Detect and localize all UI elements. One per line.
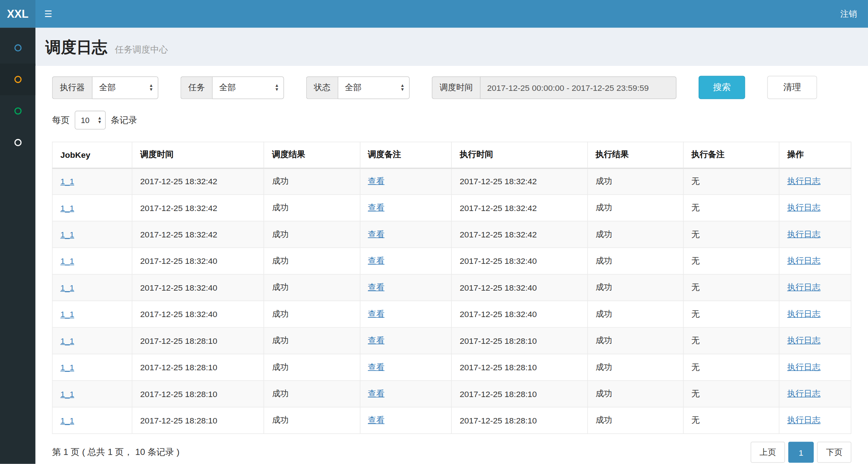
jobkey-cell: 1_1 xyxy=(52,221,132,248)
page-subtitle: 任务调度中心 xyxy=(115,45,168,54)
handle-msg-cell: 无 xyxy=(683,168,779,194)
trigger-time-cell: 2017-12-25 18:28:10 xyxy=(132,380,264,407)
table-header-row: JobKey 调度时间 调度结果 调度备注 执行时间 执行结果 执行备注 操作 xyxy=(52,142,851,168)
jobkey-link[interactable]: 1_1 xyxy=(60,363,74,372)
table-row: 1_1 2017-12-25 18:28:10 成功 查看 2017-12-25… xyxy=(52,328,851,354)
jobkey-link[interactable]: 1_1 xyxy=(60,256,74,266)
trigger-msg-cell: 查看 xyxy=(360,195,452,221)
jobkey-link[interactable]: 1_1 xyxy=(60,230,74,239)
handle-result-cell: 成功 xyxy=(587,168,683,194)
jobkey-link[interactable]: 1_1 xyxy=(60,177,74,186)
trigger-msg-link[interactable]: 查看 xyxy=(368,229,384,239)
trigger-msg-cell: 查看 xyxy=(360,248,452,274)
sidebar-item-4[interactable] xyxy=(0,127,35,158)
col-header-handle-result: 执行结果 xyxy=(587,142,683,168)
exec-log-link[interactable]: 执行日志 xyxy=(787,282,821,292)
exec-log-link[interactable]: 执行日志 xyxy=(787,389,821,398)
sidebar-item-1[interactable] xyxy=(0,32,35,64)
trigger-result-cell: 成功 xyxy=(264,301,360,327)
sidebar xyxy=(0,28,35,464)
jobkey-link[interactable]: 1_1 xyxy=(60,309,74,319)
exec-log-link[interactable]: 执行日志 xyxy=(787,415,821,425)
action-cell: 执行日志 xyxy=(779,380,851,407)
exec-log-link[interactable]: 执行日志 xyxy=(787,203,821,212)
trigger-result-cell: 成功 xyxy=(264,221,360,248)
exec-log-link[interactable]: 执行日志 xyxy=(787,229,821,239)
app-logo[interactable]: XXL xyxy=(0,0,35,28)
page-1-button[interactable]: 1 xyxy=(788,442,814,463)
trigger-result-cell: 成功 xyxy=(264,195,360,221)
sidebar-item-3[interactable] xyxy=(0,95,35,127)
handle-time-cell: 2017-12-25 18:32:40 xyxy=(452,248,587,274)
exec-log-link[interactable]: 执行日志 xyxy=(787,176,821,186)
trigger-msg-link[interactable]: 查看 xyxy=(368,282,384,292)
top-navbar: XXL ☰ 注销 xyxy=(0,0,868,28)
trigger-msg-link[interactable]: 查看 xyxy=(368,309,384,318)
handle-msg-cell: 无 xyxy=(683,328,779,354)
jobkey-link[interactable]: 1_1 xyxy=(60,389,74,398)
trigger-msg-link[interactable]: 查看 xyxy=(368,389,384,398)
col-header-action: 操作 xyxy=(779,142,851,168)
handle-result-cell: 成功 xyxy=(587,221,683,248)
circle-outline-icon xyxy=(14,139,21,146)
table-row: 1_1 2017-12-25 18:32:40 成功 查看 2017-12-25… xyxy=(52,274,851,301)
next-page-button[interactable]: 下页 xyxy=(817,442,851,463)
trigger-msg-link[interactable]: 查看 xyxy=(368,203,384,212)
action-cell: 执行日志 xyxy=(779,195,851,221)
jobkey-link[interactable]: 1_1 xyxy=(60,336,74,345)
jobkey-link[interactable]: 1_1 xyxy=(60,416,74,425)
body-row: 调度日志 任务调度中心 执行器 全部 ▲▼ 任务 全部 xyxy=(0,28,868,464)
sidebar-item-2[interactable] xyxy=(0,64,35,95)
job-select[interactable]: 全部 ▲▼ xyxy=(212,76,284,99)
sidebar-toggle-button[interactable]: ☰ xyxy=(35,0,61,28)
page-title: 调度日志 xyxy=(45,39,107,56)
exec-log-link[interactable]: 执行日志 xyxy=(787,256,821,265)
trigger-msg-cell: 查看 xyxy=(360,407,452,434)
jobkey-cell: 1_1 xyxy=(52,380,132,407)
exec-log-link[interactable]: 执行日志 xyxy=(787,309,821,318)
prev-page-button[interactable]: 上页 xyxy=(751,442,785,463)
navbar-main: ☰ 注销 xyxy=(35,0,868,28)
log-table: JobKey 调度时间 调度结果 调度备注 执行时间 执行结果 执行备注 操作 … xyxy=(52,142,851,434)
trigger-msg-link[interactable]: 查看 xyxy=(368,336,384,345)
filter-row: 执行器 全部 ▲▼ 任务 全部 ▲▼ 状态 xyxy=(52,76,851,99)
trigger-msg-link[interactable]: 查看 xyxy=(368,256,384,265)
main-content: 调度日志 任务调度中心 执行器 全部 ▲▼ 任务 全部 xyxy=(35,28,868,464)
logout-link[interactable]: 注销 xyxy=(840,9,857,19)
clear-button[interactable]: 清理 xyxy=(767,76,817,99)
handle-msg-cell: 无 xyxy=(683,248,779,274)
trigger-time-cell: 2017-12-25 18:32:42 xyxy=(132,221,264,248)
handle-msg-cell: 无 xyxy=(683,354,779,380)
jobkey-cell: 1_1 xyxy=(52,274,132,301)
filter-trigger-time: 调度时间 xyxy=(432,76,677,99)
trigger-msg-link[interactable]: 查看 xyxy=(368,362,384,371)
jobkey-cell: 1_1 xyxy=(52,195,132,221)
filter-status: 状态 全部 ▲▼ xyxy=(306,76,410,99)
status-select[interactable]: 全部 ▲▼ xyxy=(338,76,410,99)
action-cell: 执行日志 xyxy=(779,328,851,354)
trigger-msg-cell: 查看 xyxy=(360,380,452,407)
trigger-msg-cell: 查看 xyxy=(360,301,452,327)
jobkey-link[interactable]: 1_1 xyxy=(60,283,74,292)
page-size-select[interactable]: 10 ▲▼ xyxy=(75,111,106,130)
select-arrows-icon: ▲▼ xyxy=(149,84,153,91)
col-header-trigger-msg: 调度备注 xyxy=(360,142,452,168)
exec-log-link[interactable]: 执行日志 xyxy=(787,362,821,371)
circle-outline-icon xyxy=(14,44,21,51)
col-header-handle-msg: 执行备注 xyxy=(683,142,779,168)
page-size-row: 每页 10 ▲▼ 条记录 xyxy=(52,111,851,130)
exec-log-link[interactable]: 执行日志 xyxy=(787,336,821,345)
search-button[interactable]: 搜索 xyxy=(699,76,745,99)
executor-label: 执行器 xyxy=(52,76,92,99)
handle-result-cell: 成功 xyxy=(587,328,683,354)
hamburger-icon: ☰ xyxy=(44,9,52,19)
handle-msg-cell: 无 xyxy=(683,221,779,248)
trigger-msg-link[interactable]: 查看 xyxy=(368,176,384,186)
jobkey-link[interactable]: 1_1 xyxy=(60,203,74,212)
executor-select[interactable]: 全部 ▲▼ xyxy=(92,76,159,99)
trigger-time-range-input[interactable] xyxy=(480,76,677,99)
trigger-msg-link[interactable]: 查看 xyxy=(368,415,384,425)
table-row: 1_1 2017-12-25 18:32:40 成功 查看 2017-12-25… xyxy=(52,301,851,327)
handle-time-cell: 2017-12-25 18:32:42 xyxy=(452,221,587,248)
handle-msg-cell: 无 xyxy=(683,301,779,327)
